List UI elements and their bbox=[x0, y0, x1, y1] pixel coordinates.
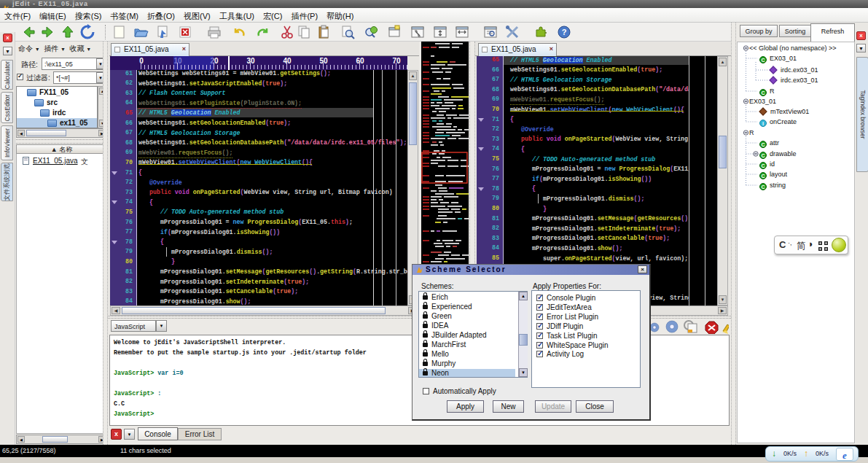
svg-text:?: ? bbox=[562, 28, 567, 36]
